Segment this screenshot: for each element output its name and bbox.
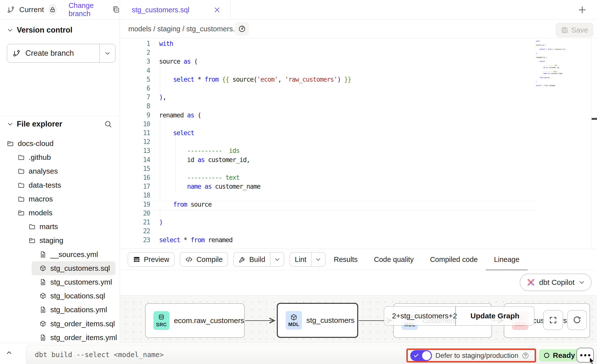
ide-window: Current Change branch Version control Cr… — [0, 0, 597, 364]
lint-dropdown[interactable] — [311, 253, 325, 266]
refresh-button[interactable] — [567, 310, 587, 330]
file-name: stg_locations.sql — [50, 292, 105, 300]
line-number: 2 — [128, 48, 150, 57]
expand-command-bar-button[interactable] — [5, 349, 13, 356]
fullscreen-button[interactable] — [543, 310, 563, 330]
file-name: stg_order_items.sql — [50, 320, 115, 328]
code-content[interactable]: with source as ( select * from {{ source… — [159, 39, 351, 245]
file-tree-folder[interactable]: macros — [10, 192, 115, 206]
save-button[interactable]: Save — [556, 23, 593, 37]
file-tree-item[interactable]: stg_locations.sql — [32, 289, 115, 303]
folder-open-icon — [7, 140, 14, 147]
line-number: 23 — [128, 236, 150, 244]
lineage-node-ecom-raw_customers[interactable]: SRCecom.raw_customers — [145, 303, 245, 338]
file-explorer-header[interactable]: File explorer — [0, 118, 120, 130]
token: ( — [194, 111, 201, 119]
token: customer_name — [550, 73, 562, 74]
file-tree-item[interactable]: stg_customers.yml — [32, 275, 115, 289]
minimap-line — [536, 54, 565, 56]
dbt-copilot-button[interactable]: dbt Copilot — [520, 274, 592, 291]
status-bar: Defer to staging/production Ready — [0, 343, 597, 364]
file-tree-item[interactable]: stg_order_items.sql — [32, 317, 115, 331]
search-icon[interactable] — [104, 120, 112, 128]
compass-icon — [238, 25, 246, 33]
compile-button[interactable]: Compile — [180, 252, 228, 267]
command-panel: Defer to staging/production Ready — [26, 345, 597, 364]
branch-locked-badge — [48, 4, 57, 15]
preview-button[interactable]: Preview — [128, 252, 174, 267]
dot — [584, 354, 586, 356]
scrollbar-thumb[interactable] — [592, 118, 597, 120]
command-input[interactable] — [35, 349, 355, 361]
update-graph-button[interactable]: Update Graph — [456, 312, 534, 320]
table-icon — [133, 256, 140, 263]
file-tree-folder[interactable]: models — [10, 206, 115, 220]
build-dropdown[interactable] — [270, 253, 284, 266]
token: name — [187, 183, 201, 190]
file-tree-item[interactable]: __sources.yml — [32, 248, 115, 261]
file-tree-folder[interactable]: .github — [10, 150, 115, 164]
tab-stg-customers[interactable]: stg_customers.sql — [120, 0, 231, 20]
minimap-line — [536, 42, 565, 44]
defer-toggle[interactable] — [410, 350, 432, 361]
panel-tab-results[interactable]: Results — [326, 249, 366, 270]
lineage-canvas[interactable]: SRCecom.raw_customersMDLstg_customersMDL… — [120, 295, 597, 343]
code-line — [159, 191, 351, 200]
code-editor[interactable]: 1234567891011121314151617181920212223 wi… — [120, 38, 597, 249]
action-toolbar: Preview Compile Build Lint — [120, 249, 597, 270]
code-line: with — [159, 39, 351, 48]
panel-tab-code-quality[interactable]: Code quality — [366, 249, 422, 270]
ready-label: Ready — [553, 351, 575, 360]
dot — [580, 354, 582, 356]
minimap-line: select * from renamed — [536, 85, 565, 87]
breadcrumb-row: models / staging / stg_customers.sql Sav… — [120, 20, 597, 38]
badge-label: SRC — [156, 322, 167, 328]
lineage-selector-input[interactable]: 2+stg_customers+2 — [384, 312, 455, 320]
chevron-down-icon — [315, 256, 321, 262]
file-name: marts — [39, 222, 58, 231]
file-tree-item[interactable]: stg_order_items.yml — [32, 331, 115, 345]
token: , — [278, 76, 285, 83]
token: source( — [554, 48, 561, 50]
git-branch-icon — [13, 49, 20, 57]
close-icon[interactable] — [214, 6, 221, 13]
file-name: macros — [29, 195, 53, 203]
token: id — [536, 67, 546, 69]
model-icon — [39, 265, 46, 272]
code-line — [159, 66, 351, 75]
token: select — [159, 236, 180, 244]
version-control-header[interactable]: Version control — [0, 24, 120, 36]
token — [159, 174, 187, 181]
minimap[interactable]: with source as ( select * from {{ source… — [536, 40, 565, 88]
file-tree-folder[interactable]: analyses — [10, 164, 115, 178]
change-branch-link[interactable]: Change branch — [69, 1, 105, 18]
lineage-node-stg_customers[interactable]: MDLstg_customers — [277, 303, 358, 338]
file-tree-folder[interactable]: data-tests — [10, 178, 115, 192]
file-tree-item[interactable]: stg_customers.sql — [32, 261, 115, 275]
create-branch-main[interactable]: Create branch — [7, 44, 99, 62]
token: source — [536, 44, 542, 46]
lint-button[interactable]: Lint — [290, 252, 325, 267]
new-tab-button[interactable] — [576, 4, 588, 16]
create-branch-dropdown[interactable] — [99, 44, 115, 62]
lineage-compass-button[interactable] — [235, 22, 249, 36]
file-icon — [39, 251, 46, 258]
panel-tab-lineage[interactable]: Lineage — [486, 249, 527, 270]
code-icon — [185, 255, 193, 263]
line-number: 10 — [128, 120, 150, 128]
file-tree-folder[interactable]: docs-cloud — [0, 137, 115, 150]
file-tree-folder[interactable]: marts — [21, 220, 115, 234]
node-label: stg_customers — [306, 316, 354, 325]
folder-icon — [18, 182, 25, 189]
create-branch-button[interactable]: Create branch — [7, 44, 115, 63]
token: 'raw_customers' — [285, 76, 337, 83]
help-icon[interactable] — [522, 352, 529, 359]
panel-tab-compiled-code[interactable]: Compiled code — [422, 249, 486, 270]
code-line: source as ( — [159, 57, 351, 66]
copy-icon[interactable] — [112, 6, 120, 14]
build-button[interactable]: Build — [233, 252, 284, 267]
folder-icon — [18, 154, 25, 161]
file-tree-folder[interactable]: staging — [21, 234, 115, 247]
file-tree-item[interactable]: stg_locations.yml — [32, 303, 115, 317]
folder-open-icon — [29, 237, 36, 244]
